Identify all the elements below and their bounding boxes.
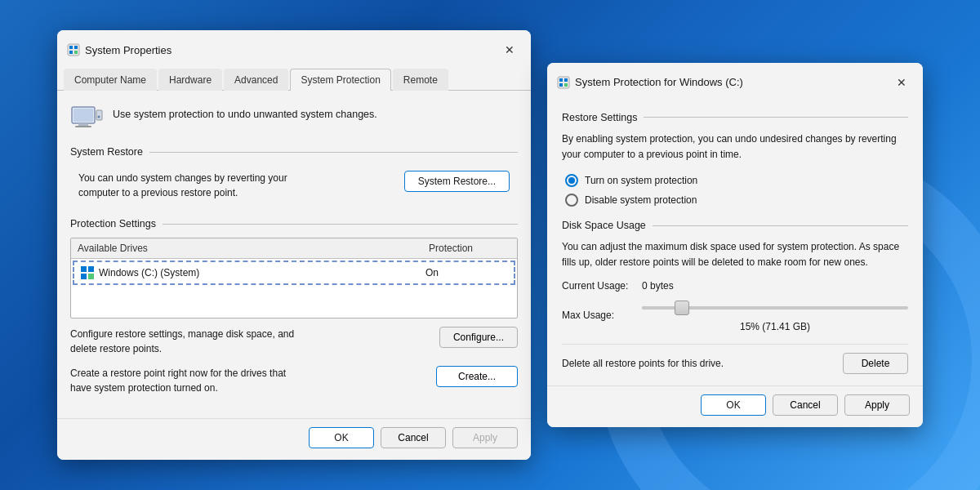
- svg-point-10: [98, 116, 100, 118]
- create-button[interactable]: Create...: [436, 366, 518, 387]
- sys-prot-icon: [557, 76, 570, 89]
- delete-button[interactable]: Delete: [843, 353, 908, 374]
- restore-settings-title: Restore Settings: [562, 112, 637, 123]
- drive-name: Windows (C:) (System): [99, 267, 425, 278]
- svg-rect-4: [74, 51, 78, 54]
- protection-settings-title: Protection Settings: [70, 218, 156, 229]
- svg-rect-16: [559, 78, 563, 82]
- sys-props-close-button[interactable]: ✕: [498, 38, 521, 61]
- svg-rect-3: [69, 51, 73, 54]
- restore-settings-section: Restore Settings By enabling system prot…: [562, 112, 908, 207]
- sys-props-footer: OK Cancel Apply: [57, 418, 531, 460]
- system-icon: [70, 102, 103, 135]
- drives-table-body: Windows (C:) (System) On: [71, 261, 517, 318]
- computer-icon: [70, 102, 103, 135]
- drives-table-header: Available Drives Protection: [71, 238, 517, 259]
- sys-prot-title: System Protection for Windows (C:): [575, 76, 743, 88]
- svg-rect-7: [78, 123, 88, 126]
- protection-settings-section: Protection Settings Available Drives Pro…: [70, 218, 518, 395]
- svg-rect-14: [88, 274, 94, 279]
- sys-prot-footer: OK Cancel Apply: [547, 385, 923, 427]
- sys-props-cancel-button[interactable]: Cancel: [381, 427, 446, 448]
- disk-description: You can adjust the maximum disk space us…: [562, 239, 908, 270]
- configure-text: Configure restore settings, manage disk …: [70, 327, 299, 356]
- tab-advanced[interactable]: Advanced: [224, 69, 288, 91]
- svg-rect-12: [88, 266, 94, 272]
- svg-rect-9: [96, 110, 102, 120]
- svg-rect-18: [559, 83, 563, 87]
- titlebar-system-properties: System Properties ✕: [57, 30, 531, 68]
- sys-props-tabs: Computer Name Hardware Advanced System P…: [57, 68, 531, 91]
- current-usage-label: Current Usage:: [562, 280, 635, 292]
- info-row: Use system protection to undo unwanted s…: [70, 102, 518, 135]
- system-restore-section: System Restore You can undo system chang…: [70, 146, 518, 205]
- system-properties-dialog: System Properties ✕ Computer Name Hardwa…: [57, 30, 531, 460]
- col-drive-header: Available Drives: [78, 243, 429, 254]
- system-restore-title: System Restore: [70, 146, 143, 158]
- sys-prot-close-button[interactable]: ✕: [890, 71, 913, 94]
- delete-section: Delete all restore points for this drive…: [562, 344, 908, 374]
- radio-label-off: Disable system protection: [585, 194, 697, 206]
- section-divider2: [163, 224, 518, 225]
- section-line-disk: [653, 225, 908, 226]
- configure-button[interactable]: Configure...: [439, 327, 518, 348]
- section-line-rs: [644, 117, 908, 118]
- slider-value: 15% (71.41 GB): [642, 321, 908, 332]
- radio-label-on: Turn on system protection: [585, 175, 697, 186]
- rs-description: By enabling system protection, you can u…: [562, 131, 908, 163]
- radio-group: Turn on system protection Disable system…: [562, 174, 908, 207]
- current-usage-value: 0 bytes: [642, 280, 674, 292]
- drive-protection-status: On: [425, 267, 507, 278]
- info-text: Use system protection to undo unwanted s…: [113, 102, 377, 120]
- sys-prot-content: Restore Settings By enabling system prot…: [547, 100, 923, 386]
- sys-props-title: System Properties: [85, 44, 172, 56]
- tab-hardware[interactable]: Hardware: [158, 69, 222, 91]
- delete-text: Delete all restore points for this drive…: [562, 358, 724, 369]
- slider-thumb[interactable]: [675, 301, 689, 315]
- tab-computer-name[interactable]: Computer Name: [64, 69, 157, 91]
- col-protection-header: Protection: [429, 243, 510, 254]
- svg-rect-2: [74, 46, 78, 49]
- drives-table: Available Drives Protection Windows (C:)…: [70, 238, 518, 318]
- sys-prot-cancel-button[interactable]: Cancel: [773, 394, 838, 416]
- svg-rect-6: [74, 109, 93, 122]
- svg-rect-8: [75, 126, 91, 127]
- disk-space-title: Disk Space Usage: [562, 220, 646, 231]
- svg-rect-13: [81, 274, 87, 279]
- create-text: Create a restore point right now for the…: [70, 366, 299, 395]
- sys-props-content: Use system protection to undo unwanted s…: [57, 91, 531, 418]
- titlebar-sys-prot: System Protection for Windows (C:) ✕: [547, 63, 923, 100]
- sys-props-ok-button[interactable]: OK: [309, 427, 374, 448]
- max-usage-label: Max Usage:: [562, 310, 635, 321]
- tab-remote[interactable]: Remote: [393, 69, 448, 91]
- restore-description: You can undo system changes by reverting…: [78, 171, 291, 200]
- svg-rect-1: [69, 46, 73, 49]
- svg-rect-17: [564, 78, 568, 82]
- radio-circle-on: [565, 174, 578, 187]
- svg-rect-11: [81, 266, 87, 272]
- disk-space-section: Disk Space Usage You can adjust the maxi…: [562, 220, 908, 332]
- slider-track: [642, 306, 908, 310]
- sys-prot-apply-button[interactable]: Apply: [844, 394, 910, 416]
- svg-rect-19: [564, 83, 568, 87]
- sys-props-apply-button[interactable]: Apply: [452, 427, 518, 448]
- table-row[interactable]: Windows (C:) (System) On: [73, 261, 515, 285]
- tab-system-protection[interactable]: System Protection: [290, 69, 390, 91]
- system-protection-dialog: System Protection for Windows (C:) ✕ Res…: [547, 63, 923, 428]
- radio-turn-on[interactable]: Turn on system protection: [565, 174, 908, 187]
- radio-disable[interactable]: Disable system protection: [565, 194, 908, 207]
- drive-icon: [81, 266, 94, 279]
- system-restore-button[interactable]: System Restore...: [404, 171, 510, 192]
- radio-circle-off: [565, 194, 578, 207]
- sys-prot-ok-button[interactable]: OK: [701, 394, 766, 416]
- system-properties-icon: [67, 43, 80, 56]
- section-divider: [149, 152, 518, 153]
